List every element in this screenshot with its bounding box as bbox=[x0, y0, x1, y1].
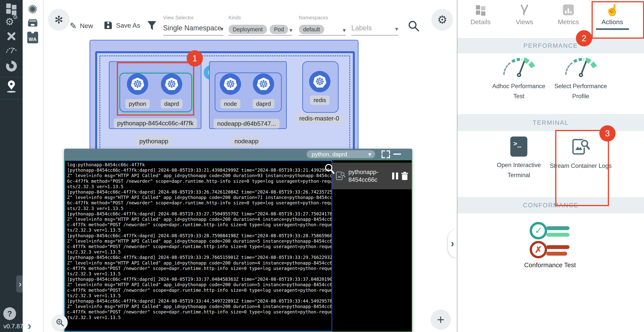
container-selector-dropdown[interactable]: python, daprd ▾ bbox=[306, 150, 375, 158]
action-label: Select Performance Profile bbox=[550, 81, 612, 101]
action-conformance-test[interactable]: Conformance Test bbox=[511, 261, 589, 269]
pod-redis-box[interactable]: ☸ redis bbox=[302, 61, 338, 113]
annotation-box-2 bbox=[592, 1, 644, 39]
kind-chip-deployment[interactable]: Deployment bbox=[228, 25, 267, 34]
pause-stream-button[interactable] bbox=[392, 172, 398, 179]
action-label: Adhoc Performance Test bbox=[488, 81, 550, 101]
save-as-label: Save As bbox=[116, 22, 140, 29]
performance-gauge-icon bbox=[500, 56, 537, 77]
fail-line-icon bbox=[546, 245, 570, 249]
sidebar-item-dashboard[interactable] bbox=[0, 3, 23, 14]
strip-item-archive[interactable] bbox=[23, 18, 43, 27]
meshery-flower-icon: ✻ bbox=[54, 14, 63, 26]
pinwheel-logo-icon: ✺ bbox=[28, 3, 38, 15]
container-label: daprd bbox=[253, 99, 274, 108]
search-icon bbox=[408, 20, 420, 32]
help-button[interactable]: ? bbox=[3, 307, 16, 320]
section-header-terminal: TERMINAL bbox=[457, 114, 644, 131]
tab-label: Metrics bbox=[549, 18, 588, 26]
labels-underline bbox=[351, 35, 398, 35]
log-search-icon[interactable] bbox=[324, 163, 335, 175]
kind-chip-pod[interactable]: Pod bbox=[270, 25, 288, 34]
strip-item-meshery[interactable]: ✺ bbox=[23, 3, 43, 15]
container-daprd[interactable]: ☸ bbox=[253, 73, 274, 95]
action-open-interactive-terminal[interactable]: >_ Open Interactive Terminal bbox=[488, 136, 550, 180]
log-stream-list-item[interactable]: pythonapp-8454cc66c bbox=[332, 163, 412, 189]
kinds-dropdown[interactable]: Deployment Pod ▾ bbox=[228, 25, 292, 34]
tab-metrics[interactable]: Metrics bbox=[549, 3, 588, 26]
caret-down-icon: ▾ bbox=[368, 151, 371, 158]
views-icon bbox=[519, 4, 530, 16]
namespaces-label: Namespaces bbox=[299, 15, 328, 21]
zoom-in-button[interactable] bbox=[52, 315, 68, 330]
namespace-chip-default[interactable]: default bbox=[299, 25, 324, 34]
dashboard-grid-icon bbox=[6, 3, 16, 14]
log-terminal-window: python, daprd ▾ log:pythonapp-8454cc66c-… bbox=[64, 149, 412, 332]
pass-line-icon bbox=[546, 233, 570, 237]
canvas-menu-button[interactable]: ✻ bbox=[48, 9, 70, 30]
gears-icon: ⚙⚙ bbox=[5, 15, 18, 28]
conformance-fail-icon: ✗ bbox=[530, 241, 547, 258]
annotation-box-3 bbox=[555, 130, 609, 206]
secondary-sidebar bbox=[23, 0, 44, 332]
pod-name-label: pythonapp-8454cc66c-4f7fk bbox=[114, 118, 197, 128]
labels-filter-input[interactable]: Labels ▾ bbox=[351, 24, 398, 32]
kubernetes-heptagon-icon: ☸ bbox=[312, 74, 327, 89]
save-as-button[interactable]: Save As bbox=[104, 21, 140, 30]
terminal-titlebar[interactable]: python, daprd ▾ bbox=[64, 149, 412, 160]
new-button[interactable]: ✎ New bbox=[70, 21, 93, 31]
tab-label: Details bbox=[461, 18, 500, 26]
right-panel: Details Views Metrics ☝ Actions bbox=[457, 0, 644, 332]
sidebar-divider bbox=[0, 99, 23, 99]
kubernetes-heptagon-icon: ☸ bbox=[256, 77, 271, 91]
minimize-button[interactable] bbox=[393, 154, 401, 155]
settings-button[interactable]: ⚙ bbox=[432, 9, 453, 30]
caret-down-icon: ▾ bbox=[220, 25, 224, 32]
sidebar-item-service-mesh[interactable] bbox=[0, 61, 23, 71]
tab-views[interactable]: Views bbox=[505, 3, 544, 26]
stream-logs-icon bbox=[335, 171, 346, 181]
sidebar-divider bbox=[0, 77, 23, 77]
chevron-right-icon: › bbox=[451, 238, 454, 249]
sidebar-item-performance[interactable] bbox=[0, 45, 23, 53]
namespaces-dropdown[interactable]: default ▾ bbox=[299, 25, 346, 34]
filter-button[interactable] bbox=[147, 20, 157, 32]
section-header-performance: PERFORMANCE bbox=[457, 38, 644, 53]
view-selector-dropdown[interactable]: Single Namespace ▾ bbox=[163, 24, 224, 32]
action-select-performance-profile[interactable]: Select Performance Profile bbox=[550, 56, 612, 101]
tab-details[interactable]: Details bbox=[461, 3, 500, 26]
details-grid-icon bbox=[476, 5, 485, 15]
search-button[interactable] bbox=[408, 20, 420, 33]
strip-item-wasm[interactable]: WA bbox=[23, 32, 43, 43]
fail-line-icon bbox=[546, 252, 567, 256]
container-node[interactable]: ☸ bbox=[220, 73, 241, 95]
annotation-box-1 bbox=[117, 62, 194, 116]
gear-icon: ⚙ bbox=[437, 14, 447, 25]
container-selector-value: python, daprd bbox=[312, 151, 347, 158]
sidebar-item-lifecycle[interactable]: ⚙⚙ bbox=[0, 15, 23, 28]
add-button[interactable]: + bbox=[430, 310, 451, 330]
pod-name-label: redis-master-0 bbox=[296, 113, 342, 123]
inbox-icon bbox=[27, 18, 38, 27]
crossed-tools-icon bbox=[6, 30, 17, 42]
sidebar-item-configuration[interactable] bbox=[0, 30, 23, 42]
deployment-nodeapp-box[interactable]: ☸ ☸ node daprd nodeapp-d64b5747... bbox=[209, 61, 287, 129]
performance-gauge-icon bbox=[562, 56, 599, 77]
view-selector-underline bbox=[163, 35, 224, 35]
fullscreen-button[interactable] bbox=[382, 150, 390, 158]
container-label: redis bbox=[310, 95, 330, 105]
strip-expand-chevron[interactable]: › bbox=[28, 319, 32, 332]
webassembly-icon: WA bbox=[27, 32, 38, 43]
save-icon bbox=[104, 21, 112, 30]
log-output-pane[interactable]: log:pythonapp-8454cc66c-4f7fk [pythonapp… bbox=[64, 160, 332, 332]
magnifier-plus-icon bbox=[55, 318, 64, 327]
sidebar-item-kanvas[interactable] bbox=[0, 80, 23, 95]
question-icon: ? bbox=[7, 309, 12, 318]
container-redis[interactable]: ☸ bbox=[309, 71, 330, 92]
action-adhoc-performance-test[interactable]: Adhoc Performance Test bbox=[488, 56, 550, 101]
delete-stream-button[interactable] bbox=[401, 172, 408, 180]
kinds-label: Kinds bbox=[228, 15, 241, 21]
panel-collapse-button[interactable]: › bbox=[448, 229, 457, 258]
metrics-bars-icon bbox=[563, 4, 574, 15]
log-text: log:pythonapp-8454cc66c-4f7fk [pythonapp… bbox=[65, 161, 332, 321]
